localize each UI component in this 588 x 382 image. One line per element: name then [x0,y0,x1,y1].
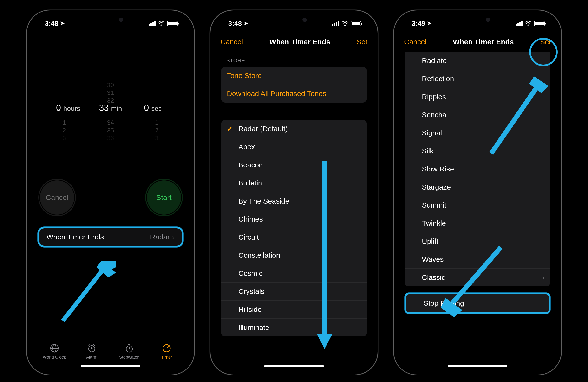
tab-alarm[interactable]: Alarm [75,343,109,360]
ringtone-label: Ripples [422,93,446,101]
ringtone-row[interactable]: Constellation [221,246,367,264]
status-icons [148,20,178,27]
ringtone-row[interactable]: Classic› [404,269,550,286]
ringtone-row[interactable]: Twinkle [404,214,550,233]
tab-timer[interactable]: Timer [150,343,184,360]
status-icons [332,20,361,27]
tab-stopwatch[interactable]: Stopwatch [112,343,146,360]
checkmark-icon: ✓ [227,125,233,133]
ringtone-row[interactable]: Apex [221,138,367,156]
ringtone-row[interactable]: Beacon [221,156,367,174]
ringtone-row[interactable]: Sencha [404,106,550,124]
volume-up [393,102,394,131]
ringtone-row[interactable]: Reflection [404,70,550,88]
cancel-button[interactable]: Cancel [40,180,74,215]
globe-icon [50,343,59,353]
notch [81,14,141,26]
download-tones-link[interactable]: Download All Purchased Tones [221,85,367,103]
wifi-icon [341,20,348,27]
home-indicator[interactable] [81,365,140,367]
chevron-right-icon: › [542,273,545,282]
mute-switch [393,80,394,95]
start-button[interactable]: Start [147,180,181,215]
ringtone-label: Reflection [422,75,454,83]
side-button [561,100,562,145]
picker-minutes[interactable]: 33 [99,103,109,113]
screen-2: 3:48 ➤ Cancel When Timer Ends Set Store … [214,14,374,371]
section-header-store: Store [214,50,374,67]
ringtone-label: Hillside [238,305,262,314]
battery-icon [351,21,361,26]
ringtone-row[interactable]: By The Seaside [221,192,367,210]
ringtone-row[interactable]: Crystals [221,282,367,301]
picker-rows-below: 1 2 3 34 35 36 1 2 3 [30,119,191,142]
set-link[interactable]: Set [357,38,367,46]
nav-bar: Cancel When Timer Ends Set [397,33,558,50]
ringtone-label: Apex [238,143,255,151]
store-list: Tone Store Download All Purchased Tones [221,67,367,103]
ringtone-label: Radiate [422,57,447,65]
ringtone-label: Slow Rise [422,165,454,173]
ringtone-row[interactable]: Radiate [404,52,550,70]
ringtone-list[interactable]: ✓Radar (Default)ApexBeaconBulletinBy The… [221,120,367,337]
when-timer-ends-row[interactable]: When Timer Ends Radar › [38,227,184,247]
home-indicator[interactable] [448,365,507,367]
ringtone-label: Constellation [238,251,280,259]
notch [264,14,324,26]
ringtone-row[interactable]: Silk [404,142,550,160]
ringtone-label: Beacon [238,161,263,169]
svg-line-8 [89,344,90,346]
ringtone-row[interactable]: ✓Radar (Default) [221,120,367,138]
status-time: 3:49 [412,20,425,27]
ringtone-label: Twinkle [422,219,446,227]
phone-frame-2: 3:48 ➤ Cancel When Timer Ends Set Store … [210,10,378,375]
wifi-icon [525,20,532,27]
cancel-link[interactable]: Cancel [221,38,243,46]
wifi-icon [158,20,165,27]
ringtone-row[interactable]: Chimes [221,210,367,228]
location-icon: ➤ [244,20,248,26]
ringtone-row[interactable]: Hillside [221,301,367,319]
ringtone-label: Stargaze [422,183,451,191]
time-picker[interactable]: 30 31 32 0hours 33min 0sec 1 2 3 [30,74,191,142]
status-time: 3:48 [228,20,242,27]
ringtone-row[interactable]: Illuminate [221,319,367,337]
timer-icon [162,343,171,353]
set-link[interactable]: Set [540,38,551,46]
volume-down [210,138,210,167]
mute-switch [210,80,210,95]
ringtone-row[interactable]: Circuit [221,228,367,246]
ringtone-row[interactable]: Summit [404,196,550,214]
when-timer-ends-label: When Timer Ends [46,233,104,241]
stopwatch-icon [125,343,134,353]
ringtone-row[interactable]: Ripples [404,88,550,106]
tone-store-link[interactable]: Tone Store [221,67,367,85]
battery-icon [167,21,178,26]
ringtone-row[interactable]: Uplift [404,233,550,251]
home-indicator[interactable] [264,365,324,367]
ringtone-row[interactable]: Slow Rise [404,160,550,178]
cell-signal-icon [148,21,156,26]
tab-world-clock[interactable]: World Clock [38,343,71,360]
side-button [194,100,195,145]
ringtone-label: Waves [422,255,444,263]
ringtone-label: Sencha [422,111,446,119]
notch [447,14,507,26]
cell-signal-icon [332,21,339,26]
tab-bar: World Clock Alarm Stopwatch Timer [30,338,191,369]
ringtone-row[interactable]: Waves [404,251,550,269]
annotation-arrow-1 [53,261,116,330]
ringtone-row[interactable]: Signal [404,124,550,142]
when-timer-ends-value: Radar [150,233,170,241]
ringtone-label: By The Seaside [238,197,289,205]
ringtone-list[interactable]: RadiateReflectionRipplesSenchaSignalSilk… [404,52,550,286]
stop-playing-row[interactable]: Stop Playing [404,293,550,314]
battery-icon [534,21,545,26]
picker-hours[interactable]: 0 [56,103,61,113]
ringtone-row[interactable]: Cosmic [221,264,367,282]
cancel-link[interactable]: Cancel [404,38,426,46]
side-button [378,100,378,145]
picker-seconds[interactable]: 0 [144,103,149,113]
ringtone-row[interactable]: Stargaze [404,178,550,196]
ringtone-row[interactable]: Bulletin [221,174,367,192]
